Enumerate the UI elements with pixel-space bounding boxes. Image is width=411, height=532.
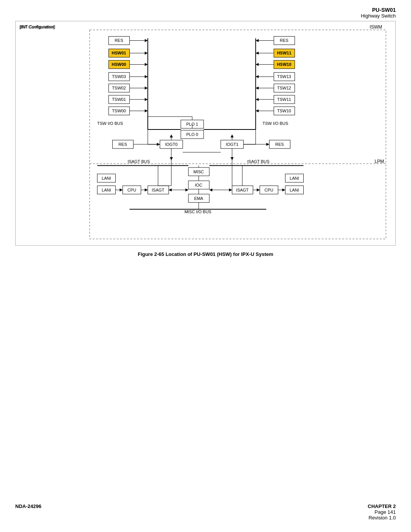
footer-chapter: CHAPTER 2 xyxy=(368,503,396,509)
svg-text:CPU: CPU xyxy=(127,188,136,192)
svg-marker-131 xyxy=(169,189,172,192)
svg-text:TSW10: TSW10 xyxy=(277,109,291,113)
svg-marker-84 xyxy=(266,143,269,146)
svg-marker-49 xyxy=(256,63,259,66)
svg-text:LANI: LANI xyxy=(290,176,299,181)
svg-text:RES: RES xyxy=(115,38,123,43)
svg-rect-0 xyxy=(90,30,386,239)
svg-marker-94 xyxy=(170,134,173,137)
svg-marker-37 xyxy=(145,75,148,78)
page-header: PU-SW01 Highway Switch xyxy=(361,7,396,19)
svg-marker-138 xyxy=(282,189,285,192)
svg-text:HSW11: HSW11 xyxy=(277,51,292,55)
svg-marker-96 xyxy=(231,134,234,137)
svg-text:IOC: IOC xyxy=(195,183,202,187)
svg-marker-33 xyxy=(145,51,148,54)
svg-text:ISAGT BUS: ISAGT BUS xyxy=(127,159,150,164)
svg-text:HSW10: HSW10 xyxy=(277,62,292,67)
svg-marker-133 xyxy=(229,189,232,192)
svg-marker-41 xyxy=(145,98,148,101)
figure-caption: Figure 2-65 Location of PU-SW01 (HSW) fo… xyxy=(0,251,411,257)
svg-text:LANI: LANI xyxy=(102,188,111,192)
svg-text:TSW13: TSW13 xyxy=(277,74,291,79)
svg-text:RES: RES xyxy=(280,38,288,43)
svg-text:RES: RES xyxy=(275,142,284,147)
svg-marker-128 xyxy=(145,189,148,192)
svg-text:TSW I/O BUS: TSW I/O BUS xyxy=(97,121,123,126)
svg-marker-92 xyxy=(231,157,234,160)
svg-marker-136 xyxy=(257,189,260,192)
svg-text:EMA: EMA xyxy=(194,196,203,201)
svg-marker-130 xyxy=(185,189,188,192)
footer-page: Page 141 xyxy=(368,509,396,515)
svg-text:ISAGT: ISAGT xyxy=(152,188,164,192)
lpm-label: LPM xyxy=(374,159,384,164)
svg-text:MISC I/O BUS: MISC I/O BUS xyxy=(185,209,212,214)
header-title: PU-SW01 xyxy=(361,7,396,13)
svg-text:TSW03: TSW03 xyxy=(112,74,126,79)
svg-text:TSW12: TSW12 xyxy=(277,86,291,90)
svg-marker-51 xyxy=(256,75,259,78)
svg-text:TSW I/O BUS: TSW I/O BUS xyxy=(263,121,288,126)
diagram-svg: ISWM LPM [INT Configuration] RES HSW01 H… xyxy=(16,21,395,245)
svg-marker-134 xyxy=(209,189,212,192)
svg-marker-39 xyxy=(145,86,148,89)
svg-text:HSW00: HSW00 xyxy=(112,62,126,67)
svg-text:ISAGT: ISAGT xyxy=(236,188,249,192)
iswm-label: ISWM xyxy=(370,24,382,30)
svg-text:MISC: MISC xyxy=(193,169,204,174)
header-subtitle: Highway Switch xyxy=(361,13,396,19)
svg-marker-126 xyxy=(119,189,123,192)
svg-marker-31 xyxy=(145,39,148,42)
footer-left: NDA-24296 xyxy=(15,503,41,521)
svg-marker-53 xyxy=(256,86,259,89)
svg-marker-90 xyxy=(170,157,173,160)
footer-revision: Revision 1.0 xyxy=(368,515,396,521)
svg-text:TSW01: TSW01 xyxy=(112,97,126,102)
svg-text:HSW01: HSW01 xyxy=(112,51,126,55)
svg-text:IOGT0: IOGT0 xyxy=(165,142,178,147)
int-config-text: [INT Configuration] xyxy=(19,25,54,29)
svg-text:LANI: LANI xyxy=(102,176,111,181)
page-footer: NDA-24296 CHAPTER 2 Page 141 Revision 1.… xyxy=(0,503,411,521)
svg-text:IOGT1: IOGT1 xyxy=(226,142,238,147)
svg-marker-45 xyxy=(256,39,259,42)
svg-marker-55 xyxy=(256,98,259,101)
svg-marker-35 xyxy=(145,63,148,66)
main-diagram: [INT Configuration] ISWM LPM [INT Config… xyxy=(15,21,396,246)
svg-text:PLO 0: PLO 0 xyxy=(186,132,198,137)
svg-text:ISAGT BUS: ISAGT BUS xyxy=(247,159,269,164)
svg-text:TSW02: TSW02 xyxy=(112,86,126,90)
svg-text:TSW11: TSW11 xyxy=(277,97,291,102)
svg-text:RES: RES xyxy=(118,142,127,147)
svg-marker-57 xyxy=(256,109,259,112)
svg-text:TSW00: TSW00 xyxy=(112,109,126,113)
footer-right: CHAPTER 2 Page 141 Revision 1.0 xyxy=(368,503,396,521)
svg-text:LANI: LANI xyxy=(290,188,299,192)
svg-marker-43 xyxy=(145,109,148,112)
svg-text:CPU: CPU xyxy=(264,188,273,192)
svg-marker-47 xyxy=(256,51,259,54)
